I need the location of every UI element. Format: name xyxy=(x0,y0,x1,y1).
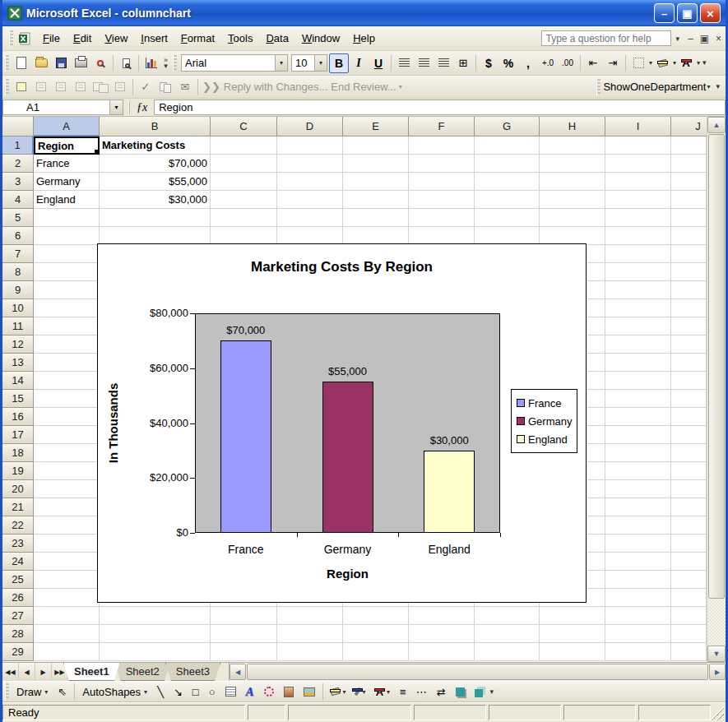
name-box[interactable]: A1 xyxy=(2,100,109,115)
row-header-10[interactable]: 10 xyxy=(2,299,34,317)
font-name-combo[interactable]: Arial ▾ xyxy=(181,54,288,72)
cell-F28[interactable] xyxy=(409,625,475,643)
cell-J19[interactable] xyxy=(671,462,707,480)
sheet-tab-sheet2[interactable]: Sheet2 xyxy=(115,663,170,681)
row-header-21[interactable]: 21 xyxy=(2,498,34,516)
cell-A14[interactable] xyxy=(34,372,100,390)
cell-J3[interactable] xyxy=(671,173,707,191)
row-header-17[interactable]: 17 xyxy=(2,426,34,444)
cell-J5[interactable] xyxy=(671,209,707,227)
cell-H2[interactable] xyxy=(540,155,605,173)
cell-J12[interactable] xyxy=(671,336,707,354)
draw-font-color-icon[interactable]: A▾ xyxy=(371,686,395,698)
align-left-icon[interactable] xyxy=(394,53,414,73)
row-header-11[interactable]: 11 xyxy=(2,317,34,336)
cell-J9[interactable] xyxy=(671,281,707,299)
cell-I20[interactable] xyxy=(605,480,671,498)
row-header-5[interactable]: 5 xyxy=(2,209,34,227)
col-header-A[interactable]: A xyxy=(34,117,100,137)
cell-J18[interactable] xyxy=(671,444,707,462)
cell-D2[interactable] xyxy=(277,155,343,173)
cell-C27[interactable] xyxy=(211,607,277,625)
col-header-H[interactable]: H xyxy=(540,117,605,137)
row-header-28[interactable]: 28 xyxy=(2,625,34,643)
cell-G2[interactable] xyxy=(475,155,540,173)
comma-style-button[interactable]: , xyxy=(518,53,538,73)
scroll-down-icon[interactable]: ▼ xyxy=(707,646,726,662)
cell-I29[interactable] xyxy=(605,643,671,661)
cell-C4[interactable] xyxy=(211,191,277,209)
cell-J11[interactable] xyxy=(671,317,707,336)
merge-center-icon[interactable]: ⊞ xyxy=(453,53,473,73)
bar-france[interactable] xyxy=(220,340,271,533)
cell-A6[interactable] xyxy=(34,227,100,245)
cell-E5[interactable] xyxy=(343,209,409,227)
align-center-icon[interactable] xyxy=(414,53,434,73)
cell-G29[interactable] xyxy=(475,643,540,661)
text-box-icon[interactable] xyxy=(220,685,241,698)
cell-J27[interactable] xyxy=(671,607,707,625)
previous-sheet-icon[interactable]: ◀ xyxy=(19,663,35,681)
cell-J22[interactable] xyxy=(671,516,707,535)
cell-F2[interactable] xyxy=(409,155,475,173)
cell-I21[interactable] xyxy=(605,498,671,516)
vertical-scrollbar[interactable]: ▲ ▼ xyxy=(707,117,726,662)
cell-B5[interactable] xyxy=(100,209,211,227)
font-color-icon[interactable]: A xyxy=(676,53,696,73)
cell-I19[interactable] xyxy=(605,462,671,480)
row-header-4[interactable]: 4 xyxy=(2,191,34,209)
arrow-icon[interactable]: ↘ xyxy=(169,684,188,700)
horizontal-scrollbar[interactable]: ◀ ▶ xyxy=(229,663,726,681)
menu-item-file[interactable]: File xyxy=(36,29,67,48)
bold-button[interactable]: B xyxy=(329,53,349,73)
col-header-F[interactable]: F xyxy=(409,117,475,137)
cell-H27[interactable] xyxy=(540,607,605,625)
row-header-1[interactable]: 1 xyxy=(2,137,34,155)
row-header-14[interactable]: 14 xyxy=(2,372,34,390)
doc-restore-button[interactable]: ▣ xyxy=(698,33,712,44)
clip-art-icon[interactable] xyxy=(279,685,299,699)
menubar-grip[interactable] xyxy=(9,30,13,47)
cell-J21[interactable] xyxy=(671,498,707,516)
cell-A26[interactable] xyxy=(34,589,100,607)
row-header-12[interactable]: 12 xyxy=(2,336,34,354)
cell-I3[interactable] xyxy=(605,173,671,191)
first-sheet-icon[interactable]: ◀◀ xyxy=(2,663,19,681)
arrow-style-icon[interactable]: ⇄ xyxy=(432,684,451,700)
cell-J25[interactable] xyxy=(671,571,707,589)
cell-A13[interactable] xyxy=(34,354,100,372)
cell-J23[interactable] xyxy=(671,535,707,553)
cell-H29[interactable] xyxy=(540,643,605,661)
menu-item-edit[interactable]: Edit xyxy=(67,29,98,48)
oval-icon[interactable]: ○ xyxy=(204,684,220,700)
cell-J13[interactable] xyxy=(671,354,707,372)
scroll-right-icon[interactable]: ▶ xyxy=(709,664,726,680)
cell-I9[interactable] xyxy=(605,281,671,299)
cell-A16[interactable] xyxy=(34,408,100,426)
cell-D6[interactable] xyxy=(277,227,343,245)
cell-I25[interactable] xyxy=(605,571,671,589)
cell-A29[interactable] xyxy=(34,643,100,661)
cell-J1[interactable] xyxy=(671,137,707,155)
cell-A8[interactable] xyxy=(34,263,100,281)
cell-E4[interactable] xyxy=(343,191,409,209)
vertical-scroll-thumb[interactable] xyxy=(708,134,725,599)
cell-I28[interactable] xyxy=(605,625,671,643)
cell-I8[interactable] xyxy=(605,263,671,281)
cell-J7[interactable] xyxy=(671,245,707,263)
insert-picture-icon[interactable] xyxy=(299,686,320,698)
draw-menu-button[interactable]: Draw▾ xyxy=(12,684,53,700)
cell-B29[interactable] xyxy=(100,643,211,661)
help-dropdown-icon[interactable]: ▾ xyxy=(671,35,684,43)
cell-F4[interactable] xyxy=(409,191,475,209)
cell-A10[interactable] xyxy=(34,299,100,317)
row-header-19[interactable]: 19 xyxy=(2,462,34,480)
row-header-13[interactable]: 13 xyxy=(2,354,34,372)
cell-I17[interactable] xyxy=(605,426,671,444)
cell-F27[interactable] xyxy=(409,607,475,625)
save-icon[interactable] xyxy=(51,53,71,73)
cell-I4[interactable] xyxy=(605,191,671,209)
font-name-dropdown-icon[interactable]: ▾ xyxy=(275,55,287,71)
cell-G4[interactable] xyxy=(475,191,540,209)
cell-J6[interactable] xyxy=(671,227,707,245)
